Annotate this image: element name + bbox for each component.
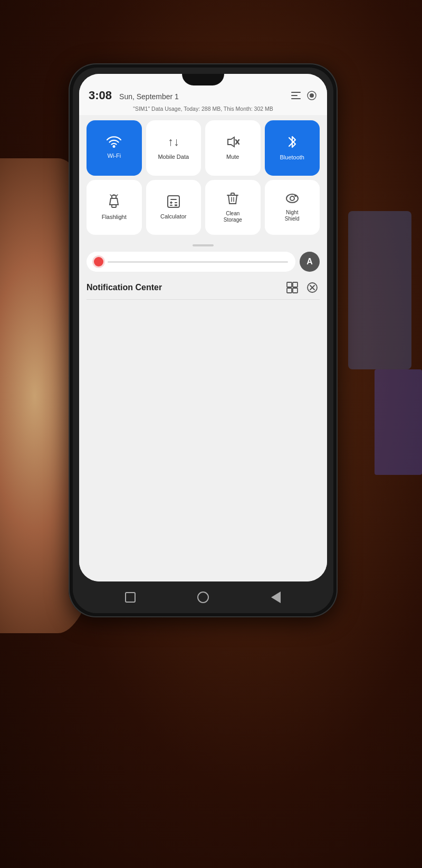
screen-content: 3:08 Sun, September 1: [79, 74, 327, 581]
right-object-2: [375, 369, 422, 475]
svg-line-11: [110, 195, 111, 196]
svg-rect-28: [287, 282, 292, 287]
bottom-nav: [73, 581, 333, 613]
brightness-slider[interactable]: [108, 261, 288, 263]
notification-empty-area: [87, 300, 320, 405]
brightness-sun-icon: [94, 257, 103, 266]
tiles-area: Wi-Fi ↑↓ Mobile Data: [79, 115, 327, 242]
clean-storage-icon: [226, 191, 239, 208]
svg-point-26: [290, 196, 294, 201]
mute-icon: [226, 135, 239, 151]
right-object-1: [348, 211, 411, 369]
profile-initial: A: [306, 257, 313, 266]
night-shield-label: NightShield: [285, 209, 300, 222]
svg-rect-22: [231, 193, 234, 195]
brightness-bar-container[interactable]: [87, 252, 295, 272]
svg-rect-1: [291, 95, 298, 96]
tile-calculator[interactable]: Calculator: [146, 180, 202, 235]
mobile-data-icon: ↑↓: [167, 135, 180, 151]
brightness-row: A: [79, 252, 327, 277]
svg-rect-29: [293, 282, 298, 287]
bluetooth-label: Bluetooth: [280, 154, 304, 161]
home-button[interactable]: [196, 590, 210, 604]
flashlight-icon: [108, 194, 120, 211]
svg-text:↑↓: ↑↓: [168, 135, 179, 148]
screen: 3:08 Sun, September 1: [79, 74, 327, 581]
svg-rect-2: [291, 98, 301, 99]
svg-rect-9: [112, 205, 116, 207]
tile-bluetooth[interactable]: Bluetooth: [265, 120, 320, 176]
home-icon: [197, 592, 209, 603]
recents-button[interactable]: [123, 590, 137, 604]
data-usage-text: "SIM1" Data Usage, Today: 288 MB, This M…: [79, 104, 327, 115]
bluetooth-icon: [287, 135, 298, 151]
notification-section: Notification Center: [79, 277, 327, 581]
svg-rect-13: [168, 196, 179, 207]
tile-flashlight[interactable]: Flashlight: [87, 180, 142, 235]
notification-clear-icon[interactable]: [305, 280, 320, 295]
tile-night-shield[interactable]: NightShield: [265, 180, 320, 235]
svg-rect-0: [291, 92, 301, 93]
flashlight-label: Flashlight: [102, 214, 127, 221]
wifi-icon: [107, 136, 121, 150]
notification-center-title: Notification Center: [87, 283, 162, 292]
notification-layout-icon[interactable]: [285, 280, 300, 295]
night-shield-icon: [285, 192, 300, 207]
clean-storage-label: CleanStorage: [224, 211, 242, 223]
mute-label: Mute: [226, 154, 239, 160]
tiles-row-1: Wi-Fi ↑↓ Mobile Data: [87, 120, 320, 176]
svg-point-27: [294, 195, 296, 197]
recents-icon: [125, 592, 136, 603]
status-date: Sun, September 1: [119, 92, 179, 101]
notification-header-icons: [285, 280, 320, 295]
tile-mute[interactable]: Mute: [205, 120, 261, 176]
svg-rect-30: [287, 288, 292, 293]
drag-bar: [193, 244, 214, 246]
phone-inner: 3:08 Sun, September 1: [73, 68, 333, 613]
tile-clean-storage[interactable]: CleanStorage: [205, 180, 261, 235]
tile-wifi[interactable]: Wi-Fi: [87, 120, 142, 176]
notification-header: Notification Center: [87, 277, 320, 300]
back-button[interactable]: [269, 590, 283, 604]
tile-mobile-data[interactable]: ↑↓ Mobile Data: [146, 120, 202, 176]
calculator-label: Calculator: [160, 213, 187, 220]
scene: 3:08 Sun, September 1: [0, 0, 422, 868]
menu-icon: [290, 90, 302, 101]
svg-point-4: [310, 93, 314, 98]
svg-line-12: [117, 195, 118, 196]
mobile-data-label: Mobile Data: [158, 154, 189, 160]
phone: 3:08 Sun, September 1: [69, 63, 338, 617]
status-icons: [290, 90, 318, 101]
svg-rect-31: [293, 288, 298, 293]
tiles-row-2: Flashlight: [87, 180, 320, 235]
status-time: 3:08: [89, 89, 112, 102]
record-icon: [306, 90, 318, 101]
back-icon: [271, 592, 281, 603]
profile-button[interactable]: A: [300, 252, 320, 272]
wifi-label: Wi-Fi: [107, 152, 121, 159]
calculator-icon: [167, 195, 180, 211]
notch: [182, 74, 224, 85]
